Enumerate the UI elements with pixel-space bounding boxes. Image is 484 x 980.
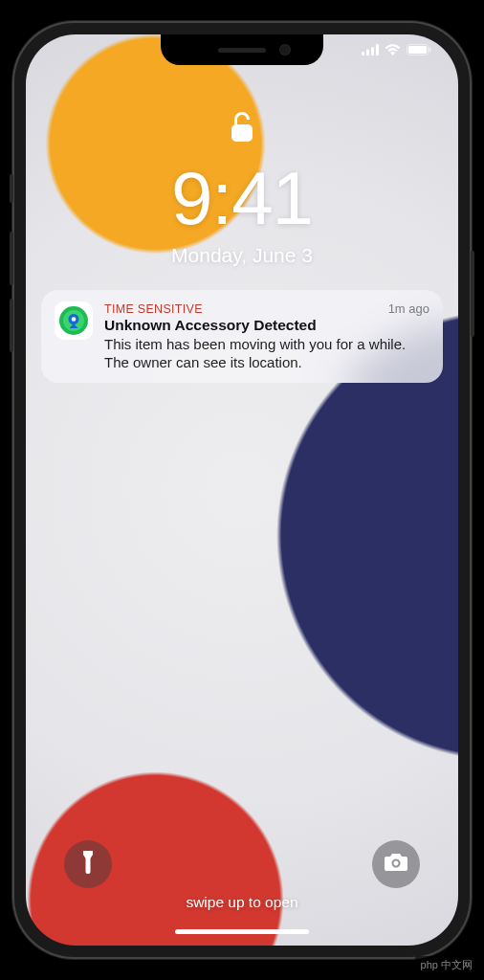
time-sensitive-label: TIME SENSITIVE xyxy=(104,302,203,316)
phone-frame: 9:41 Monday, June 3 TIME SENSITIVE 1m ag… xyxy=(12,21,472,959)
clock-time: 9:41 xyxy=(26,155,458,242)
svg-rect-3 xyxy=(376,44,379,56)
status-bar xyxy=(362,44,431,56)
lock-screen[interactable]: 9:41 Monday, June 3 TIME SENSITIVE 1m ag… xyxy=(26,34,458,946)
swipe-up-hint: swipe up to open xyxy=(26,894,458,911)
camera-icon xyxy=(384,853,408,876)
notch xyxy=(161,34,323,65)
speaker-grille xyxy=(218,48,266,53)
notification-card[interactable]: TIME SENSITIVE 1m ago Unknown Accessory … xyxy=(41,290,443,383)
svg-rect-2 xyxy=(371,47,374,56)
find-my-app-icon xyxy=(55,301,93,340)
notification-body: TIME SENSITIVE 1m ago Unknown Accessory … xyxy=(104,301,429,371)
notification-timestamp: 1m ago xyxy=(388,301,429,316)
svg-rect-1 xyxy=(366,50,369,56)
camera-button[interactable] xyxy=(372,840,420,888)
battery-icon xyxy=(407,44,431,56)
svg-rect-6 xyxy=(429,48,431,53)
svg-rect-7 xyxy=(231,124,253,142)
flashlight-icon xyxy=(78,850,98,879)
home-indicator[interactable] xyxy=(175,929,309,934)
clock-date: Monday, June 3 xyxy=(26,244,458,267)
svg-point-11 xyxy=(72,317,77,322)
volume-up-button[interactable] xyxy=(10,232,13,285)
cellular-signal-icon xyxy=(362,44,379,56)
notification-title: Unknown Accessory Detected xyxy=(104,317,429,334)
front-camera xyxy=(279,44,291,56)
notification-message: This item has been moving with you for a… xyxy=(104,335,429,371)
flashlight-button[interactable] xyxy=(64,840,112,888)
power-button[interactable] xyxy=(471,251,474,337)
volume-down-button[interactable] xyxy=(10,299,13,352)
unlock-icon xyxy=(230,130,254,146)
svg-rect-5 xyxy=(408,46,427,54)
watermark: php 中文网 xyxy=(415,956,478,974)
wifi-icon xyxy=(385,44,401,56)
mute-switch[interactable] xyxy=(10,174,13,203)
svg-rect-0 xyxy=(362,52,364,56)
lock-status xyxy=(26,111,458,147)
